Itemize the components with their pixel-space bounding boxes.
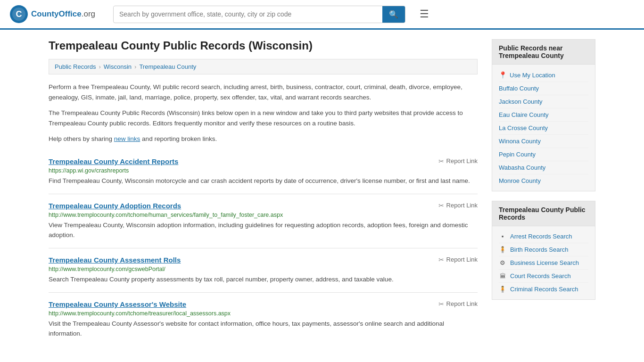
- public-record-icon-3: 🏛: [499, 272, 506, 280]
- use-my-location-link[interactable]: Use My Location: [510, 72, 555, 79]
- public-record-icon-1: 🧍: [499, 246, 506, 253]
- report-link-0[interactable]: ✂ Report Link: [438, 157, 478, 165]
- public-records-links-container: ▪ Arrest Records Search 🧍 Birth Records …: [499, 230, 588, 296]
- search-bar: 🔍: [113, 6, 405, 23]
- svg-text:C: C: [16, 9, 22, 19]
- public-record-link-item: 🧍 Birth Records Search: [499, 243, 588, 256]
- search-button[interactable]: 🔍: [382, 6, 405, 23]
- nearby-county-link-0[interactable]: Buffalo County: [499, 85, 539, 92]
- record-entry: Trempealeau County Adoption Records ✂ Re…: [49, 194, 478, 248]
- main-content: Trempealeau County Public Records (Wisco…: [49, 39, 478, 346]
- description-3: Help others by sharing new links and rep…: [49, 134, 478, 144]
- public-record-link-item: ⚙ Business License Search: [499, 256, 588, 270]
- record-title-1[interactable]: Trempealeau County Adoption Records: [49, 202, 181, 210]
- public-record-link-4[interactable]: Criminal Records Search: [510, 286, 578, 293]
- description-1: Perform a free Trempealeau County, WI pu…: [49, 82, 478, 102]
- sidebar: Public Records near Trempealeau County 📍…: [492, 39, 595, 346]
- record-entry: Trempealeau County Assessment Rolls ✂ Re…: [49, 248, 478, 292]
- report-icon-2: ✂: [438, 256, 444, 263]
- public-records-section: Trempealeau County Public Records ▪ Arre…: [492, 201, 595, 300]
- breadcrumb-wisconsin[interactable]: Wisconsin: [104, 63, 132, 70]
- nearby-county-item: Monroe County: [499, 174, 588, 187]
- nearby-title: Public Records near Trempealeau County: [492, 40, 595, 65]
- record-entry: Trempealeau County Accident Reports ✂ Re…: [49, 150, 478, 194]
- public-record-link-1[interactable]: Birth Records Search: [510, 246, 569, 253]
- report-link-1[interactable]: ✂ Report Link: [438, 202, 478, 209]
- nearby-section: Public Records near Trempealeau County 📍…: [492, 39, 595, 191]
- record-url-3[interactable]: http://www.tremplocounty.com/tchome/trea…: [49, 310, 478, 317]
- nearby-county-item: Buffalo County: [499, 82, 588, 95]
- record-desc-1: View Trempealeau County, Wisconsin adopt…: [49, 221, 478, 240]
- nearby-county-link-5[interactable]: Pepin County: [499, 151, 536, 158]
- nearby-body: 📍 Use My Location Buffalo CountyJackson …: [492, 65, 595, 191]
- records-container: Trempealeau County Accident Reports ✂ Re…: [49, 150, 478, 346]
- record-url-1[interactable]: http://www.tremplocounty.com/tchome/huma…: [49, 212, 478, 218]
- breadcrumb-trempealeau[interactable]: Trempealeau County: [139, 63, 196, 70]
- breadcrumb: Public Records › Wisconsin › Trempealeau…: [49, 59, 478, 74]
- nearby-county-link-4[interactable]: Winona County: [499, 138, 541, 145]
- public-record-icon-2: ⚙: [499, 259, 506, 266]
- public-records-title: Trempealeau County Public Records: [492, 201, 595, 226]
- report-icon-1: ✂: [438, 202, 444, 209]
- report-link-2[interactable]: ✂ Report Link: [438, 256, 478, 263]
- record-entry: Trempealeau County Assessor's Website ✂ …: [49, 292, 478, 346]
- public-record-link-2[interactable]: Business License Search: [510, 259, 579, 266]
- record-desc-3: Visit the Trempealeau County Assessor's …: [49, 319, 478, 339]
- description-2: The Trempealeau County Public Records (W…: [49, 108, 478, 128]
- nearby-county-link-3[interactable]: La Crosse County: [499, 124, 548, 132]
- nearby-county-item: Winona County: [499, 135, 588, 148]
- nearby-county-link-6[interactable]: Wabasha County: [499, 164, 545, 171]
- public-record-icon-0: ▪: [499, 233, 506, 240]
- nearby-county-item: Pepin County: [499, 148, 588, 161]
- record-desc-0: Find Trempealeau County, Wisconsin motor…: [49, 176, 478, 186]
- logo-icon: C: [9, 5, 28, 24]
- public-record-link-3[interactable]: Court Records Search: [510, 272, 571, 280]
- main-container: Trempealeau County Public Records (Wisco…: [39, 30, 605, 356]
- report-icon-0: ✂: [438, 157, 444, 165]
- public-record-link-0[interactable]: Arrest Records Search: [510, 233, 572, 240]
- record-title-0[interactable]: Trempealeau County Accident Reports: [49, 157, 178, 165]
- nearby-county-item: Eau Claire County: [499, 108, 588, 122]
- report-link-3[interactable]: ✂ Report Link: [438, 300, 478, 308]
- nearby-county-link-2[interactable]: Eau Claire County: [499, 111, 549, 118]
- nearby-county-link-1[interactable]: Jackson County: [499, 98, 543, 105]
- search-input[interactable]: [114, 7, 382, 22]
- breadcrumb-public-records[interactable]: Public Records: [55, 63, 96, 70]
- public-records-body: ▪ Arrest Records Search 🧍 Birth Records …: [492, 226, 595, 299]
- public-record-link-item: 🏛 Court Records Search: [499, 270, 588, 283]
- hamburger-menu[interactable]: ☰: [420, 8, 429, 20]
- nearby-county-link-7[interactable]: Monroe County: [499, 177, 541, 184]
- nearby-county-item: La Crosse County: [499, 122, 588, 135]
- use-my-location-item: 📍 Use My Location: [499, 68, 588, 82]
- record-title-2[interactable]: Trempealeau County Assessment Rolls: [49, 256, 181, 264]
- report-icon-3: ✂: [438, 300, 444, 308]
- location-pin-icon: 📍: [499, 71, 507, 79]
- nearby-county-item: Jackson County: [499, 95, 588, 108]
- new-links[interactable]: new links: [114, 135, 140, 142]
- public-record-link-item: 🧍 Criminal Records Search: [499, 283, 588, 296]
- page-title: Trempealeau County Public Records (Wisco…: [49, 39, 478, 52]
- logo-area: C CountyOffice.org: [9, 5, 104, 24]
- logo-text: CountyOffice.org: [31, 9, 95, 19]
- nearby-county-item: Wabasha County: [499, 161, 588, 174]
- record-desc-2: Search Trempealeau County property asses…: [49, 275, 478, 285]
- site-header: C CountyOffice.org 🔍 ☰: [0, 0, 644, 30]
- nearby-counties-container: Buffalo CountyJackson CountyEau Claire C…: [499, 82, 588, 187]
- record-url-2[interactable]: http://www.tremplocounty.com/gcswebPorta…: [49, 266, 478, 272]
- record-url-0[interactable]: https://app.wi.gov/crashreports: [49, 167, 478, 174]
- record-title-3[interactable]: Trempealeau County Assessor's Website: [49, 300, 186, 308]
- public-record-link-item: ▪ Arrest Records Search: [499, 230, 588, 243]
- public-record-icon-4: 🧍: [499, 286, 506, 293]
